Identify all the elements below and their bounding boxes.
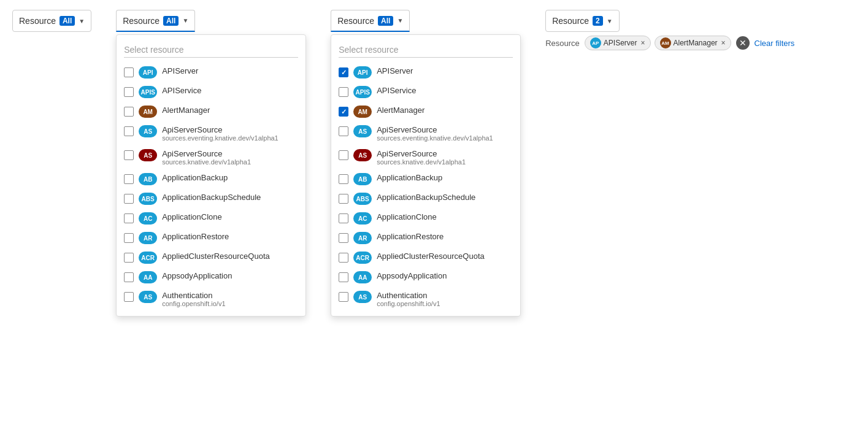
- col3: Resource All ▼ APIAPIServerAPISAPIServic…: [331, 10, 521, 317]
- checkbox[interactable]: [124, 292, 134, 302]
- col3-trigger[interactable]: Resource All ▼: [331, 10, 410, 32]
- checkbox[interactable]: [124, 107, 134, 117]
- resource-name: ApiServerSource: [377, 149, 466, 158]
- list-item[interactable]: ABApplicationBackup: [117, 169, 305, 189]
- chip-close-icon[interactable]: ×: [641, 39, 645, 47]
- resource-name: ApplicationClone: [162, 212, 222, 221]
- list-item[interactable]: AAAppsodyApplication: [331, 267, 520, 287]
- col2: Resource All ▼ APIAPIServerAPISAPIServic…: [116, 10, 306, 317]
- checkbox[interactable]: [124, 272, 134, 282]
- resource-name: ApiServerSource: [162, 149, 251, 158]
- resource-name: AlertManager: [377, 106, 424, 115]
- list-item[interactable]: ASApiServerSourcesources.knative.dev/v1a…: [331, 145, 520, 169]
- checkbox[interactable]: [339, 107, 348, 117]
- col4-filter-label: Resource: [545, 39, 580, 48]
- resource-badge-icon: AS: [139, 149, 157, 161]
- list-item[interactable]: ABSApplicationBackupSchedule: [117, 189, 305, 209]
- list-item[interactable]: ACApplicationClone: [117, 209, 305, 228]
- checkbox[interactable]: [124, 233, 134, 243]
- page: Resource All ▼ Resource All ▼ APIAPIServ…: [0, 0, 868, 438]
- checkbox[interactable]: [124, 126, 134, 136]
- chip-badge-icon: AP: [590, 37, 601, 48]
- clear-all-button[interactable]: ✕: [736, 36, 750, 50]
- list-item[interactable]: APISAPIService: [117, 82, 305, 102]
- resource-badge-icon: AB: [353, 173, 372, 185]
- checkbox[interactable]: [124, 253, 134, 263]
- checkbox[interactable]: [124, 194, 134, 204]
- clear-filters-button[interactable]: Clear filters: [755, 39, 795, 48]
- checkbox[interactable]: [339, 233, 348, 243]
- list-item[interactable]: ACRAppliedClusterResourceQuota: [117, 248, 305, 267]
- list-item[interactable]: ACApplicationClone: [331, 209, 520, 228]
- checkbox[interactable]: [339, 87, 348, 97]
- resource-info: ApiServerSourcesources.knative.dev/v1alp…: [377, 149, 466, 166]
- list-item[interactable]: AMAlertManager: [331, 102, 520, 121]
- resource-info: AlertManager: [377, 106, 424, 115]
- resource-badge-icon: AS: [353, 149, 372, 161]
- checkbox[interactable]: [339, 253, 348, 263]
- resource-info: AppsodyApplication: [377, 271, 447, 280]
- resource-name: ApiServerSource: [377, 125, 493, 134]
- col4-arrow: ▼: [607, 18, 613, 25]
- checkbox[interactable]: [339, 67, 348, 77]
- resource-info: AppsodyApplication: [162, 271, 232, 280]
- checkbox[interactable]: [339, 194, 348, 204]
- resource-badge-icon: AC: [353, 212, 372, 225]
- list-item[interactable]: ARApplicationRestore: [117, 228, 305, 248]
- list-item[interactable]: ABApplicationBackup: [331, 169, 520, 189]
- checkbox[interactable]: [339, 272, 348, 282]
- list-item[interactable]: ACRAppliedClusterResourceQuota: [331, 248, 520, 267]
- list-item[interactable]: ASApiServerSourcesources.eventing.knativ…: [117, 121, 305, 145]
- list-item[interactable]: ASApiServerSourcesources.knative.dev/v1a…: [117, 145, 305, 169]
- col3-label: Resource: [337, 16, 374, 26]
- col2-trigger[interactable]: Resource All ▼: [116, 10, 195, 32]
- col3-search-input[interactable]: [339, 42, 513, 58]
- resource-info: AppliedClusterResourceQuota: [162, 252, 270, 261]
- list-item[interactable]: ASAuthenticationconfig.openshift.io/v1: [117, 287, 305, 311]
- resource-sub: sources.knative.dev/v1alpha1: [162, 158, 251, 166]
- checkbox[interactable]: [339, 150, 348, 160]
- resource-badge-icon: AA: [139, 271, 157, 283]
- col2-search-box: [117, 35, 305, 63]
- checkbox[interactable]: [124, 67, 134, 77]
- resource-name: ApplicationRestore: [162, 232, 229, 241]
- checkbox[interactable]: [339, 292, 348, 302]
- resource-info: APIService: [377, 86, 416, 95]
- resource-info: Authenticationconfig.openshift.io/v1: [377, 291, 440, 307]
- col2-search-input[interactable]: [124, 42, 298, 58]
- col4-trigger-row: Resource 2 ▼: [545, 10, 620, 32]
- checkbox[interactable]: [339, 174, 348, 184]
- checkbox[interactable]: [124, 87, 134, 97]
- col1: Resource All ▼: [12, 10, 91, 32]
- col2-label: Resource: [123, 16, 159, 26]
- resource-name: AppliedClusterResourceQuota: [162, 252, 270, 261]
- resource-badge-icon: AC: [139, 212, 157, 225]
- resource-name: Authentication: [162, 291, 225, 300]
- list-item[interactable]: ASApiServerSourcesources.eventing.knativ…: [331, 121, 520, 145]
- checkbox[interactable]: [124, 150, 134, 160]
- checkbox[interactable]: [124, 213, 134, 223]
- filter-chip[interactable]: AMAlertManager×: [655, 36, 731, 50]
- list-item[interactable]: ARApplicationRestore: [331, 228, 520, 248]
- resource-info: ApiServerSourcesources.knative.dev/v1alp…: [162, 149, 251, 166]
- checkbox[interactable]: [339, 126, 348, 136]
- resource-info: APIServer: [377, 66, 413, 75]
- checkbox[interactable]: [339, 213, 348, 223]
- col2-resource-list: APIAPIServerAPISAPIServiceAMAlertManager…: [117, 63, 305, 311]
- list-item[interactable]: APIAPIServer: [117, 63, 305, 82]
- list-item[interactable]: AAAppsodyApplication: [117, 267, 305, 287]
- col1-trigger[interactable]: Resource All ▼: [12, 10, 91, 32]
- list-item[interactable]: ABSApplicationBackupSchedule: [331, 189, 520, 209]
- list-item[interactable]: ASAuthenticationconfig.openshift.io/v1: [331, 287, 520, 311]
- list-item[interactable]: APISAPIService: [331, 82, 520, 102]
- list-item[interactable]: APIAPIServer: [331, 63, 520, 82]
- list-item[interactable]: AMAlertManager: [117, 102, 305, 121]
- chip-name: APIServer: [604, 39, 637, 47]
- checkbox[interactable]: [124, 174, 134, 184]
- col4-trigger[interactable]: Resource 2 ▼: [545, 10, 620, 32]
- col3-arrow: ▼: [397, 17, 403, 24]
- resource-info: ApiServerSourcesources.eventing.knative.…: [162, 125, 278, 142]
- filter-chip[interactable]: APAPIServer×: [585, 36, 651, 50]
- chip-close-icon[interactable]: ×: [721, 39, 726, 47]
- resource-badge-icon: AM: [353, 106, 372, 118]
